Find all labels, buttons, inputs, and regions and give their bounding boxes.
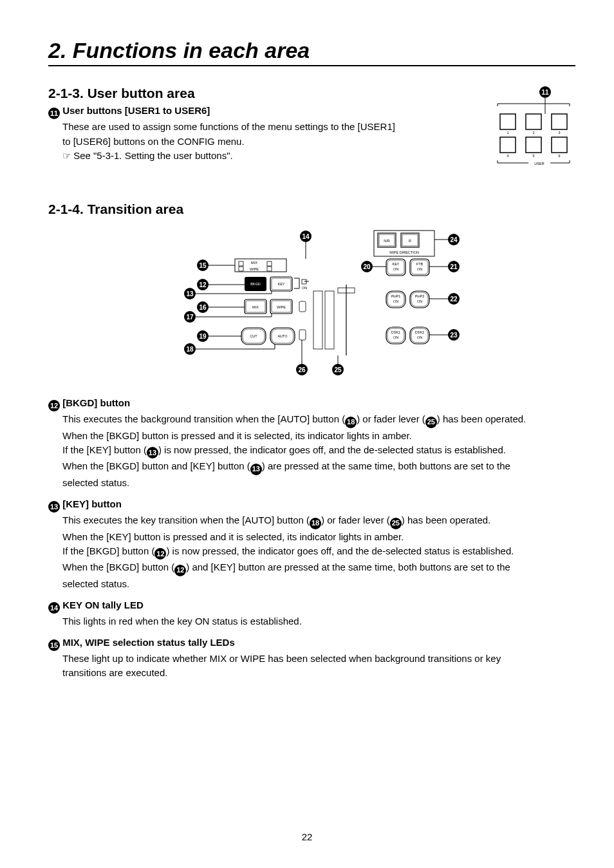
item-12-line-4: When the [BKGD] button and [KEY] button … [62,460,575,475]
svg-rect-116 [313,291,322,349]
item-13-line-1: This executes the key transition when th… [62,514,575,529]
svg-rect-5 [552,114,567,129]
svg-rect-1 [500,114,516,129]
ref-13-icon: 13 [147,447,158,458]
item-12-line-1: This executes the background transition … [62,413,575,428]
callout-13-icon: 13 [48,501,60,513]
item-11-line-2: to [USER6] buttons on the CONFIG menu. [62,135,473,148]
user-key-2: 2 [526,114,541,135]
item-12-title: [BKGD] button [62,397,130,408]
svg-text:ON: ON [393,299,398,303]
svg-text:ON: ON [416,335,422,339]
user-key-1: 1 [500,114,516,135]
svg-rect-30 [235,259,286,272]
svg-rect-9 [526,137,541,153]
svg-rect-7 [500,137,516,153]
svg-text:MIX: MIX [251,261,257,265]
item-14-title: KEY ON tally LED [62,599,144,610]
svg-text:6: 6 [558,154,560,158]
svg-rect-36 [267,267,272,271]
svg-text:23: 23 [450,332,458,339]
item-13-line-4: When the [BKGD] button (12) and [KEY] bu… [62,561,575,576]
svg-text:ON: ON [393,335,398,339]
ref-25b-icon: 25 [390,518,402,529]
svg-text:22: 22 [450,296,458,303]
svg-text:N/R: N/R [384,239,390,243]
svg-text:20: 20 [363,263,371,270]
item-13-heading: 13 [KEY] button [48,498,575,513]
svg-text:KEY: KEY [277,282,284,286]
transition-area-diagram: 14 N/R R WIPE DIRECTION 24 15 MIX [48,227,575,381]
svg-rect-33 [267,261,272,266]
svg-text:BKGD: BKGD [250,282,261,286]
item-12-line-2: When the [BKGD] button is pressed and it… [62,429,575,442]
ref-12-icon: 12 [154,548,166,560]
section-213-title: 2-1-3. User button area [48,86,473,101]
user-key-4: 4 [500,137,516,158]
svg-text:15: 15 [199,262,207,269]
svg-text:21: 21 [450,263,458,270]
user-key-6: 6 [552,137,567,158]
callout-15-icon: 15 [48,639,60,651]
svg-text:14: 14 [302,233,310,240]
svg-text:MIX: MIX [252,305,259,309]
svg-text:16: 16 [199,304,207,311]
callout-14-icon: 14 [48,602,60,614]
svg-text:19: 19 [199,333,207,340]
svg-text:12: 12 [199,281,207,288]
svg-text:25: 25 [334,366,342,373]
svg-text:R: R [409,239,411,243]
svg-text:CUT: CUT [250,334,257,338]
svg-text:3: 3 [558,131,560,135]
section-214-title: 2-1-4. Transition area [48,202,575,217]
svg-text:ON: ON [393,267,398,271]
svg-text:13: 13 [186,290,194,297]
ref-13b-icon: 13 [250,464,262,475]
item-13-line-2: When the [KEY] button is pressed and it … [62,531,575,543]
user-pad-diagram: 11 1 2 3 [486,86,573,169]
item-11-line-1: These are used to assign some functions … [62,120,473,133]
item-15-title: MIX, WIPE selection status tally LEDs [62,637,235,648]
ref-18-icon: 18 [345,417,357,428]
user-group-label: USER [534,162,544,165]
chapter-rule [48,65,575,66]
svg-text:ON: ON [416,267,422,271]
callout-11-icon: 11 [48,108,60,119]
svg-rect-104 [299,330,306,340]
svg-text:1: 1 [507,131,508,135]
svg-text:PinP2: PinP2 [414,294,424,298]
svg-text:FTB: FTB [416,262,423,266]
svg-text:17: 17 [186,314,194,321]
item-13-line-5: selected status. [62,578,575,590]
svg-text:26: 26 [298,366,306,373]
item-15-heading: 15 MIX, WIPE selection status tally LEDs [48,637,575,651]
item-12-line-5: selected status. [62,476,575,489]
svg-text:ON: ON [416,299,422,303]
svg-text:ON: ON [301,286,306,290]
item-14-line-1: This lights in red when the key ON statu… [62,615,575,628]
ref-18b-icon: 18 [310,518,321,529]
ref-12b-icon: 12 [174,565,186,576]
user-key-3: 3 [552,114,567,135]
item-11-line-3: ☞ See "5-3-1. Setting the user buttons". [62,149,473,162]
item-11-heading: 11 User buttons [USER1 to USER6] [48,105,473,119]
item-11-see-ref: See "5-3-1. Setting the user buttons". [73,150,232,161]
svg-rect-34 [239,267,243,271]
ref-25-icon: 25 [425,417,437,428]
item-12-heading: 12 [BKGD] button [48,397,575,411]
item-15-line-1: These light up to indicate whether MIX o… [62,652,575,665]
chapter-title: 2. Functions in each area [48,39,575,62]
svg-rect-117 [325,291,334,349]
item-13-title: [KEY] button [62,498,122,509]
svg-text:4: 4 [507,154,508,158]
item-12-line-3: If the [KEY] button (13) is now pressed,… [62,444,575,458]
svg-text:KEY: KEY [392,262,399,266]
page-number: 22 [0,831,614,842]
svg-text:WIPE: WIPE [249,267,258,271]
svg-text:5: 5 [532,154,534,158]
svg-text:2: 2 [532,131,534,135]
callout-12-icon: 12 [48,400,60,411]
callout-11-diagram-label: 11 [541,89,549,96]
svg-rect-78 [299,301,306,312]
hand-icon: ☞ [62,150,71,161]
